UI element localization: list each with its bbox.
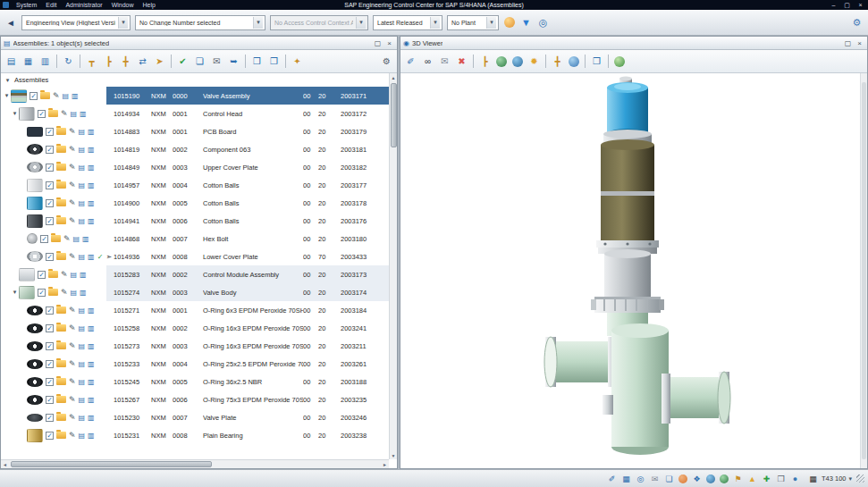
document-icon[interactable]: ▤ xyxy=(79,164,86,172)
edit-pencil-icon[interactable]: ✎ xyxy=(69,128,76,136)
edit-pencil-icon[interactable]: ✎ xyxy=(63,235,71,243)
menu-administrator[interactable]: Administrator xyxy=(61,2,106,8)
paste-structure-icon[interactable]: ╋ xyxy=(118,54,133,69)
resize-grip[interactable] xyxy=(856,474,864,483)
structure-tree-icon[interactable]: ┣ xyxy=(477,54,493,69)
scroll-down-icon[interactable]: ▼ xyxy=(390,451,398,459)
zoom-chevron-down-icon[interactable]: ▾ xyxy=(848,475,852,483)
edit-pencil-icon[interactable]: ✎ xyxy=(69,164,76,172)
folder-icon[interactable] xyxy=(56,199,66,206)
link-document-icon[interactable]: ▥ xyxy=(88,199,95,207)
link-document-icon[interactable]: ▥ xyxy=(88,253,95,261)
user-settings-icon[interactable] xyxy=(504,17,515,28)
row-checkbox[interactable]: ✓ xyxy=(40,235,48,243)
render-sphere-icon[interactable] xyxy=(496,56,507,67)
folder-icon[interactable] xyxy=(56,342,66,349)
grid-view-icon[interactable]: ▦ xyxy=(620,473,632,484)
assembly-row[interactable]: ✓✎▤▥1014868NXM0007Hex Bolt00202003180 xyxy=(1,230,389,248)
validate-check-icon[interactable]: ✔ xyxy=(175,54,190,69)
link-document-icon[interactable]: ▥ xyxy=(80,289,87,297)
document-icon[interactable]: ▤ xyxy=(79,253,86,261)
row-checkbox[interactable]: ✓ xyxy=(46,414,54,422)
folder-icon[interactable] xyxy=(56,217,66,224)
row-checkbox[interactable]: ✓ xyxy=(46,253,54,261)
horizontal-scroll-thumb[interactable] xyxy=(11,461,212,467)
edit-pencil-icon[interactable]: ✎ xyxy=(61,110,68,118)
settings-gear-icon[interactable]: ⚙ xyxy=(849,15,864,30)
horizontal-scrollbar[interactable]: ◄ ► xyxy=(1,459,389,468)
collapse-expander[interactable]: ▾ xyxy=(11,110,19,117)
link-document-icon[interactable]: ▥ xyxy=(82,235,89,243)
assembly-row[interactable]: ✓✎▤▥1015231NXM0008Plain Bearing002020032… xyxy=(1,426,389,444)
assembly-row[interactable]: ✓✎▤▥1014883NXM0001PCB Board00202003179 xyxy=(1,122,389,140)
effects-wand-icon[interactable]: ✹ xyxy=(527,54,542,69)
open-3d-icon[interactable]: ❒ xyxy=(249,54,265,69)
edit-pencil-icon[interactable]: ✎ xyxy=(69,181,76,189)
vertical-scrollbar[interactable]: ▲ ▼ xyxy=(389,73,397,459)
earth-icon[interactable] xyxy=(614,56,625,67)
collapse-expander[interactable]: ▾ xyxy=(3,92,11,99)
minimize-button[interactable]: – xyxy=(828,1,839,9)
assembly-row[interactable]: ✓✎▤▥✓➣1014936NXM0008Lower Cover Plate007… xyxy=(1,248,389,265)
edit-pencil-icon[interactable]: ✎ xyxy=(69,306,76,315)
copy-structure-icon[interactable]: ┣ xyxy=(101,54,116,69)
magnify-icon[interactable]: ◎ xyxy=(635,473,646,484)
link-document-icon[interactable]: ▥ xyxy=(88,396,95,404)
assembly-row[interactable]: ✓✎▤▥1015273NXM0003O-Ring 16x3 EPDM Perox… xyxy=(1,337,389,355)
edit-pencil-icon[interactable]: ✎ xyxy=(69,432,76,440)
row-checkbox[interactable]: ✓ xyxy=(46,164,54,172)
world-settings-icon[interactable] xyxy=(569,56,579,67)
edit-pencil-icon[interactable]: ✎ xyxy=(69,360,76,368)
folder-icon[interactable] xyxy=(56,378,66,385)
assembly-row[interactable]: ✓✎▤▥1015258NXM0002O-Ring 16x3 EPDM Perox… xyxy=(1,319,389,337)
row-checkbox[interactable]: ✓ xyxy=(46,342,54,350)
assembly-row[interactable]: ✓✎▤▥1015283NXM0002Control Module Assembl… xyxy=(1,265,389,283)
edit-pencil-icon[interactable]: ✎ xyxy=(69,217,76,225)
folder-icon[interactable] xyxy=(56,253,66,260)
row-checkbox[interactable]: ✓ xyxy=(46,360,54,368)
folder-icon[interactable] xyxy=(56,396,66,403)
folder-icon[interactable] xyxy=(56,128,66,135)
camera-view-icon[interactable]: ❒ xyxy=(775,473,787,484)
document-icon[interactable]: ▤ xyxy=(63,92,70,100)
assembly-row[interactable]: ✓✎▤▥1014957NXM0004Cotton Balls0020200317… xyxy=(1,176,389,194)
menu-window[interactable]: Window xyxy=(107,2,139,8)
document-icon[interactable]: ▤ xyxy=(79,432,86,440)
edit-pencil-icon[interactable]: ✎ xyxy=(69,253,76,261)
edit-pencil-icon[interactable]: ✎ xyxy=(69,414,76,422)
link-document-icon[interactable]: ▥ xyxy=(80,271,87,279)
plant-select[interactable]: No Plant▾ xyxy=(447,15,499,30)
edit-pencil-icon[interactable]: ✎ xyxy=(61,289,68,297)
scroll-up-icon[interactable]: ▲ xyxy=(390,73,398,81)
tree-root-node[interactable]: ▾ Assemblies xyxy=(1,73,389,87)
folder-icon[interactable] xyxy=(48,271,58,278)
folder-icon[interactable] xyxy=(48,289,58,296)
document-icon[interactable]: ▤ xyxy=(79,199,86,207)
edit-pencil-icon[interactable]: ✎ xyxy=(61,271,68,279)
panel-settings-gear-icon[interactable]: ⚙ xyxy=(379,54,394,69)
row-checkbox[interactable]: ✓ xyxy=(46,128,54,136)
view-glasses-icon[interactable]: ∞ xyxy=(420,54,435,69)
assembly-row[interactable]: ▾✓✎▤▥1015190NXM0000Valve Assembly0020200… xyxy=(1,87,389,105)
folder-icon[interactable] xyxy=(56,146,66,153)
link-document-icon[interactable]: ▥ xyxy=(88,146,95,154)
link-document-icon[interactable]: ▥ xyxy=(88,164,95,172)
link-document-icon[interactable]: ▥ xyxy=(88,306,95,315)
link-document-icon[interactable]: ▥ xyxy=(72,92,79,100)
row-checkbox[interactable]: ✓ xyxy=(46,181,54,189)
link-document-icon[interactable]: ▥ xyxy=(88,432,95,440)
edit-pencil-icon[interactable]: ✎ xyxy=(69,342,76,350)
edit-pencil-icon[interactable]: ✎ xyxy=(69,378,76,386)
document-icon[interactable]: ▤ xyxy=(79,360,86,368)
maximize-button[interactable]: ▢ xyxy=(841,1,853,9)
vertical-scroll-thumb[interactable] xyxy=(391,83,397,147)
link-document-icon[interactable]: ▥ xyxy=(88,324,95,332)
link-document-icon[interactable]: ▥ xyxy=(88,360,95,368)
scroll-left-icon[interactable]: ◄ xyxy=(1,460,9,468)
folder-icon[interactable] xyxy=(56,360,66,367)
document-icon[interactable]: ▤ xyxy=(79,342,86,350)
folder-icon[interactable] xyxy=(48,110,58,117)
document-icon[interactable]: ▤ xyxy=(79,217,86,225)
collapse-expander[interactable]: ▾ xyxy=(11,289,19,296)
document-icon[interactable]: ▤ xyxy=(71,110,78,118)
